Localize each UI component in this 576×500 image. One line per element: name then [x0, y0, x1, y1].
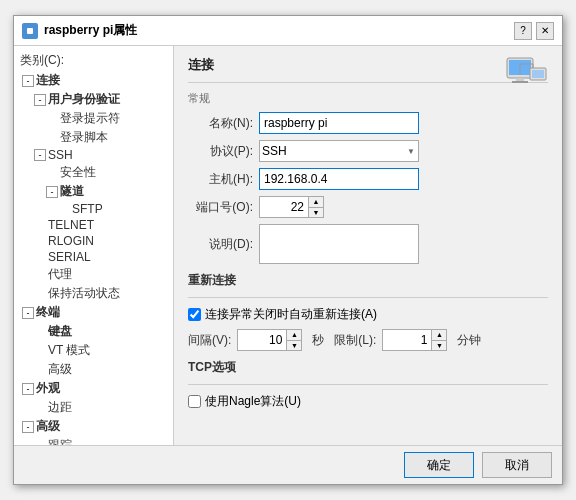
leaf-icon-serial: [34, 251, 46, 263]
interval-decrement-button[interactable]: ▼: [287, 340, 301, 351]
sidebar-item-telnet[interactable]: TELNET: [14, 217, 173, 233]
name-row: 名称(N):: [188, 112, 548, 134]
protocol-select-wrap: SSH TELNET RLOGIN SERIAL: [259, 140, 419, 162]
sidebar-item-proxy[interactable]: 代理: [14, 265, 173, 284]
tcp-title: TCP选项: [188, 359, 548, 376]
host-label: 主机(H):: [188, 171, 253, 188]
sidebar-item-sftp[interactable]: SFTP: [14, 201, 173, 217]
interval-input[interactable]: [237, 329, 287, 351]
nagle-checkbox[interactable]: [188, 395, 201, 408]
interval-label: 间隔(V):: [188, 332, 231, 349]
sidebar-item-auth[interactable]: - 用户身份验证: [14, 90, 173, 109]
port-spinner-buttons: ▲ ▼: [309, 196, 324, 218]
sidebar-item-keepalive[interactable]: 保持活动状态: [14, 284, 173, 303]
protocol-row: 协议(P): SSH TELNET RLOGIN SERIAL: [188, 140, 548, 162]
svg-rect-4: [516, 78, 524, 81]
interval-unit: 秒: [312, 332, 324, 349]
dialog-body: 类别(C): - 连接 - 用户身份验证 登录提示符 登录脚本: [14, 46, 562, 445]
sidebar-item-keyboard[interactable]: 键盘: [14, 322, 173, 341]
desc-row: 说明(D):: [188, 224, 548, 264]
port-decrement-button[interactable]: ▼: [309, 207, 323, 218]
leaf-icon-keepalive: [34, 288, 46, 300]
limit-spinner-buttons: ▲ ▼: [432, 329, 447, 351]
help-button[interactable]: ?: [514, 22, 532, 40]
cancel-button[interactable]: 取消: [482, 452, 552, 478]
svg-rect-5: [512, 81, 528, 83]
sidebar-item-terminal[interactable]: - 终端: [14, 303, 173, 322]
host-row: 主机(H):: [188, 168, 548, 190]
limit-increment-button[interactable]: ▲: [432, 330, 446, 340]
sidebar-label-sftp: SFTP: [72, 202, 103, 216]
section-divider: [188, 82, 548, 83]
nagle-checkbox-row: 使用Nagle算法(U): [188, 393, 548, 410]
sidebar-label-trace: 跟踪: [48, 437, 72, 445]
sidebar-label-auth: 用户身份验证: [48, 91, 120, 108]
leaf-icon-proxy: [34, 269, 46, 281]
expand-icon-ssh: -: [34, 149, 46, 161]
sidebar-label-keepalive: 保持活动状态: [48, 285, 120, 302]
sidebar-item-serial[interactable]: SERIAL: [14, 249, 173, 265]
leaf-icon-script: [46, 132, 58, 144]
limit-input[interactable]: [382, 329, 432, 351]
expand-icon-connection: -: [22, 75, 34, 87]
interval-increment-button[interactable]: ▲: [287, 330, 301, 340]
sidebar-item-vt-mode[interactable]: VT 模式: [14, 341, 173, 360]
panel-group-title: 常规: [188, 91, 548, 106]
leaf-icon-keyboard: [34, 326, 46, 338]
sidebar-label-serial: SERIAL: [48, 250, 91, 264]
title-bar: raspberry pi属性 ? ✕: [14, 16, 562, 46]
dialog-footer: 确定 取消: [14, 445, 562, 484]
sidebar-label-telnet: TELNET: [48, 218, 94, 232]
interval-spinner: ▲ ▼: [237, 329, 302, 351]
name-label: 名称(N):: [188, 115, 253, 132]
limit-decrement-button[interactable]: ▼: [432, 340, 446, 351]
sidebar-item-advanced[interactable]: 高级: [14, 360, 173, 379]
leaf-icon-advanced: [34, 364, 46, 376]
app-icon: [22, 23, 38, 39]
host-input[interactable]: [259, 168, 419, 190]
sidebar-item-advanced2[interactable]: - 高级: [14, 417, 173, 436]
sidebar-item-tunnel[interactable]: - 隧道: [14, 182, 173, 201]
desc-textarea[interactable]: [259, 224, 419, 264]
port-spinner: ▲ ▼: [259, 196, 324, 218]
sidebar-item-connection[interactable]: - 连接: [14, 71, 173, 90]
sidebar-label-advanced2: 高级: [36, 418, 60, 435]
sidebar-item-login-hint[interactable]: 登录提示符: [14, 109, 173, 128]
sidebar-label-login-hint: 登录提示符: [60, 110, 120, 127]
port-label: 端口号(O):: [188, 199, 253, 216]
leaf-icon-security: [46, 167, 58, 179]
leaf-icon-vt-mode: [34, 345, 46, 357]
ok-button[interactable]: 确定: [404, 452, 474, 478]
reconnect-checkbox[interactable]: [188, 308, 201, 321]
svg-rect-7: [532, 70, 544, 78]
leaf-icon-telnet: [34, 219, 46, 231]
leaf-icon-sftp: [58, 203, 70, 215]
close-button[interactable]: ✕: [536, 22, 554, 40]
port-row: 端口号(O): ▲ ▼: [188, 196, 548, 218]
sidebar-label-proxy: 代理: [48, 266, 72, 283]
protocol-select[interactable]: SSH TELNET RLOGIN SERIAL: [259, 140, 419, 162]
nagle-label[interactable]: 使用Nagle算法(U): [205, 393, 301, 410]
sidebar-item-rlogin[interactable]: RLOGIN: [14, 233, 173, 249]
network-icon-area: [502, 56, 552, 96]
limit-spinner: ▲ ▼: [382, 329, 447, 351]
limit-unit: 分钟: [457, 332, 481, 349]
sidebar-item-security[interactable]: 安全性: [14, 163, 173, 182]
sidebar-item-appearance[interactable]: - 外观: [14, 379, 173, 398]
sidebar-item-border[interactable]: 边距: [14, 398, 173, 417]
reconnect-checkbox-row: 连接异常关闭时自动重新连接(A): [188, 306, 548, 323]
sidebar-item-ssh[interactable]: - SSH: [14, 147, 173, 163]
sidebar-item-script[interactable]: 登录脚本: [14, 128, 173, 147]
port-increment-button[interactable]: ▲: [309, 197, 323, 207]
panel-section-title: 连接: [188, 56, 548, 74]
port-input[interactable]: [259, 196, 309, 218]
name-input[interactable]: [259, 112, 419, 134]
dialog-title: raspberry pi属性: [44, 22, 137, 39]
sidebar-item-trace[interactable]: 跟踪: [14, 436, 173, 445]
sidebar-label-advanced: 高级: [48, 361, 72, 378]
dialog: raspberry pi属性 ? ✕ 类别(C): - 连接 - 用户身份验证 …: [13, 15, 563, 485]
leaf-icon-rlogin: [34, 235, 46, 247]
reconnect-checkbox-label[interactable]: 连接异常关闭时自动重新连接(A): [205, 306, 377, 323]
sidebar-label-script: 登录脚本: [60, 129, 108, 146]
sidebar: 类别(C): - 连接 - 用户身份验证 登录提示符 登录脚本: [14, 46, 174, 445]
